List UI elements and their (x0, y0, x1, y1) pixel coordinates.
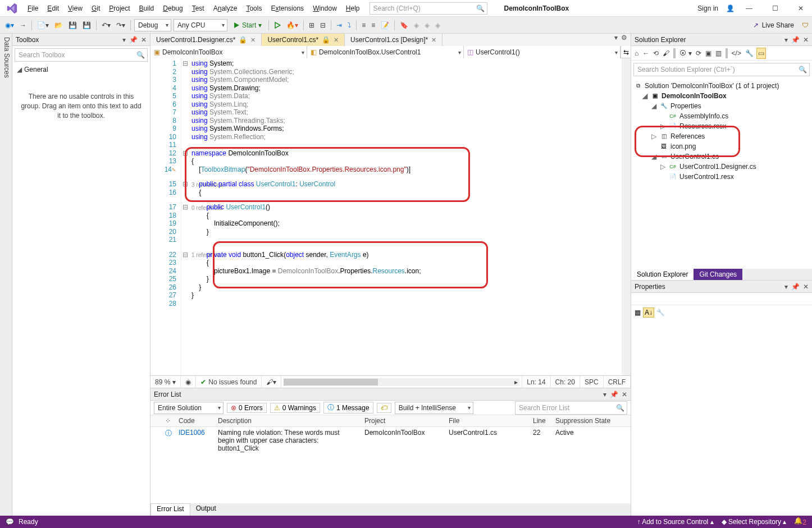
select-repository[interactable]: ◆ Select Repository ▴ (722, 518, 787, 526)
solution-tab-git-changes[interactable]: Git Changes (694, 269, 742, 280)
maximize-button[interactable]: ☐ (764, 1, 786, 16)
redo-button[interactable]: ↷▾ (115, 20, 127, 30)
open-button[interactable]: 📂 (53, 20, 65, 30)
tree-node-demoiconintoolbox[interactable]: ◢ ▣ DemoIconInToolBox (632, 91, 811, 101)
tab-usercontrol1-cs-[interactable]: UserControl1.cs*🔒✕ (262, 34, 345, 46)
save-button[interactable]: 💾 (67, 20, 79, 30)
properties-combo[interactable] (631, 293, 812, 305)
close-icon[interactable]: ✕ (622, 391, 627, 398)
live-share-icon[interactable]: ↗ (753, 21, 759, 29)
char-indicator[interactable]: Ch: 20 (551, 376, 580, 388)
menu-tools[interactable]: Tools (242, 2, 266, 15)
menu-file[interactable]: File (24, 2, 42, 15)
warnings-filter[interactable]: ⚠0 Warnings (270, 403, 320, 413)
pin-icon[interactable]: 📌 (610, 391, 618, 398)
sign-in-link[interactable]: Sign in (693, 3, 723, 13)
line-indicator[interactable]: Ln: 14 (522, 376, 550, 388)
tool-2[interactable]: ⊟ (318, 20, 327, 30)
nav-project-combo[interactable]: ▣DemoIconInToolBox (150, 46, 307, 58)
tool-3[interactable]: ◈ (412, 20, 421, 30)
close-icon[interactable]: ✕ (803, 283, 809, 291)
tab-settings-icon[interactable]: ⚙ (621, 34, 627, 46)
tree-node-usercontrol1-cs[interactable]: ◢ ▭ UserControl1.cs (632, 151, 811, 162)
close-icon[interactable]: ✕ (141, 36, 147, 44)
back-button[interactable]: ◉▾ (3, 20, 16, 30)
preview-icon[interactable]: ▭ (756, 48, 766, 59)
expand-icon[interactable]: ▷ (659, 162, 666, 172)
nav-class-combo[interactable]: ◧DemoIconInToolBox.UserControl1 (307, 46, 464, 58)
err-col-description[interactable]: Description (215, 415, 361, 427)
menu-view[interactable]: View (64, 2, 86, 15)
err-col-code[interactable]: Code (175, 415, 215, 427)
comment-button[interactable]: 📝 (379, 20, 391, 30)
close-icon[interactable]: ✕ (250, 36, 256, 44)
tool-1[interactable]: ⊞ (307, 20, 316, 30)
solution-tab-solution-explorer[interactable]: Solution Explorer (631, 269, 694, 280)
tree-node-icon-png[interactable]: 🖼 icon.png (632, 141, 811, 151)
indent-left-button[interactable]: ≡ (360, 20, 367, 30)
config-combo[interactable]: Debug (134, 19, 171, 31)
forward-button[interactable]: → (18, 20, 28, 30)
err-col-line[interactable]: Line (530, 415, 552, 427)
menu-build[interactable]: Build (135, 2, 158, 15)
close-button[interactable]: ✕ (790, 1, 812, 16)
solution-tree[interactable]: ⧉Solution 'DemoIconInToolBox' (1 of 1 pr… (631, 79, 812, 269)
data-sources-rail[interactable]: Data Sources (0, 34, 12, 516)
expand-icon[interactable]: ◢ (650, 101, 657, 111)
minimize-button[interactable]: — (738, 1, 760, 16)
sort-icon[interactable]: A↓ (643, 307, 654, 318)
view-code-icon[interactable]: </> (731, 48, 742, 58)
title-search-input[interactable]: Search (Ctrl+Q) 🔍 (369, 2, 487, 15)
error-table[interactable]: ⁘CodeDescriptionProjectFileLineSuppressi… (150, 415, 631, 503)
build-filter-combo[interactable]: Build + IntelliSense (395, 402, 473, 414)
tree-node-usercontrol1-resx[interactable]: 📄 UserControl1.resx (632, 172, 811, 182)
solution-root[interactable]: ⧉Solution 'DemoIconInToolBox' (1 of 1 pr… (632, 81, 811, 91)
menu-test[interactable]: Test (188, 2, 208, 15)
tree-node-assemblyinfo-cs[interactable]: C# AssemblyInfo.cs (632, 111, 811, 121)
pin-icon[interactable]: 📌 (129, 36, 138, 44)
close-icon[interactable]: ✕ (431, 36, 436, 44)
expand-icon[interactable]: ▷ (659, 121, 666, 131)
bottom-tab-error-list[interactable]: Error List (150, 503, 190, 516)
toolbox-group-general[interactable]: ◢General (12, 64, 150, 75)
properties-icon[interactable]: 🔧 (744, 48, 755, 58)
pin-icon[interactable]: 📌 (791, 36, 800, 44)
bottom-tab-output[interactable]: Output (190, 503, 222, 516)
sync-icon[interactable]: ⟲ (652, 48, 660, 58)
expand-icon[interactable]: ◢ (641, 91, 648, 101)
vertical-scrollbar[interactable] (622, 58, 631, 375)
menu-help[interactable]: Help (342, 2, 364, 15)
tree-node-properties[interactable]: ◢ 🔧 Properties (632, 101, 811, 111)
error-row[interactable]: ⓘ IDE1006Naming rule violation: These wo… (150, 427, 631, 454)
zoom-combo[interactable]: 89 % ▾ (150, 376, 181, 388)
save-all-button[interactable]: 💾 (81, 20, 93, 30)
pin-icon[interactable]: 📌 (791, 283, 800, 291)
brush-icon[interactable]: 🖌 (662, 48, 670, 58)
dropdown-icon[interactable]: ▾ (784, 283, 788, 291)
messages-filter[interactable]: ⓘ1 Message (323, 402, 373, 414)
start-nodebug-button[interactable] (272, 21, 282, 30)
step-into-button[interactable]: ⤵ (346, 20, 353, 30)
code-editor[interactable]: 1234567891011121314✎15161718192021222324… (150, 58, 631, 375)
tool-4[interactable]: ◈ (423, 20, 431, 30)
undo-button[interactable]: ↶▾ (100, 20, 112, 30)
dropdown-icon[interactable]: ▾ (122, 36, 126, 44)
notifications-button[interactable]: 🔔2 (794, 517, 806, 526)
menu-analyze[interactable]: Analyze (209, 2, 241, 15)
menu-extensions[interactable]: Extensions (267, 2, 308, 15)
feedback-icon[interactable]: 💬 (6, 518, 14, 526)
insert-mode[interactable]: SPC (580, 376, 604, 388)
filter-button[interactable]: 🏷 (377, 403, 391, 413)
admin-icon[interactable]: 🛡 (802, 21, 809, 29)
menu-git[interactable]: Git (88, 2, 104, 15)
home-icon[interactable]: ⌂ (633, 48, 640, 58)
bookmark-button[interactable]: 🔖 (398, 20, 410, 30)
toolbox-search-input[interactable]: Search Toolbox 🔍 (15, 48, 148, 62)
tab-usercontrol1-cs--design--[interactable]: UserControl1.cs [Design]*✕ (345, 34, 443, 46)
categorize-icon[interactable]: ▦ (635, 309, 641, 316)
err-col-project[interactable]: Project (361, 415, 445, 427)
user-icon[interactable]: 👤 (726, 4, 735, 12)
new-project-button[interactable]: 📄▾ (35, 20, 51, 30)
step-over-button[interactable]: ⇥ (335, 20, 344, 30)
err-col-file[interactable]: File (445, 415, 530, 427)
